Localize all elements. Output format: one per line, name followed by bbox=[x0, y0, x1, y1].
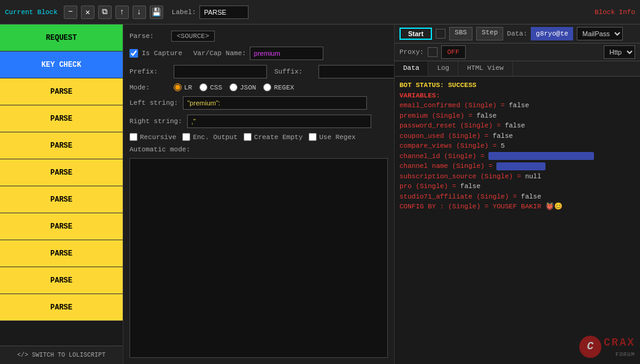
sidebar-items: REQUEST KEY CHECK PARSE PARSE PARSE PARS… bbox=[0, 25, 123, 346]
sidebar-item-request[interactable]: REQUEST bbox=[0, 25, 123, 51]
var-subscription-source: subscription_source (Single) = null bbox=[399, 172, 635, 182]
sidebar-item-keycheck[interactable]: KEY CHECK bbox=[0, 51, 123, 78]
watermark-logo: C bbox=[579, 336, 601, 358]
var-cap-input[interactable] bbox=[250, 47, 323, 60]
up-button[interactable]: ↑ bbox=[115, 6, 129, 19]
left-string-label: Left string: bbox=[129, 99, 178, 107]
log-area: BOT STATUS: SUCCESS VARIABLES: email_con… bbox=[395, 77, 640, 364]
var-compare-views: compare_views (Single) = 5 bbox=[399, 141, 635, 151]
tab-log[interactable]: Log bbox=[428, 61, 458, 76]
options-row: Recursive Enc. Output Create Empty Use R… bbox=[129, 133, 388, 141]
start-toggle[interactable] bbox=[436, 29, 445, 39]
variables-line: VARIABLES: bbox=[399, 91, 635, 101]
watermark-sub: FORUM bbox=[604, 351, 635, 360]
recursive-option[interactable]: Recursive bbox=[129, 133, 176, 141]
enc-output-option[interactable]: Enc. Output bbox=[182, 133, 237, 141]
save-button[interactable]: 💾 bbox=[150, 6, 163, 19]
sidebar-item-parse-7[interactable]: PARSE bbox=[0, 240, 123, 267]
right-panel: Start SBS Step Data: g8ryo@te MailPass P… bbox=[395, 25, 640, 364]
data-label: Data: bbox=[507, 30, 527, 37]
copy-button[interactable]: ⧉ bbox=[98, 6, 112, 19]
var-config-by: CONFIG BY : (Single) = YOUSEF BAKIR 👹😊 bbox=[399, 202, 635, 212]
var-cap-label: Var/Cap Name: bbox=[193, 50, 246, 57]
sidebar-item-parse-5[interactable]: PARSE bbox=[0, 186, 123, 213]
sidebar-item-parse-3[interactable]: PARSE bbox=[0, 132, 123, 159]
left-string-input[interactable] bbox=[183, 96, 367, 110]
right-string-row: Right string: bbox=[129, 115, 388, 128]
use-regex-option[interactable]: Use Regex bbox=[309, 133, 355, 141]
sidebar: REQUEST KEY CHECK PARSE PARSE PARSE PARS… bbox=[0, 25, 123, 364]
step-button[interactable]: Step bbox=[476, 27, 503, 40]
mode-label: Mode: bbox=[129, 84, 166, 91]
sidebar-item-parse-2[interactable]: PARSE bbox=[0, 105, 123, 132]
sidebar-item-parse-9[interactable]: PARSE bbox=[0, 294, 123, 321]
tab-data[interactable]: Data bbox=[395, 61, 428, 76]
off-indicator: OFF bbox=[441, 45, 466, 59]
channel-id-value bbox=[488, 152, 594, 160]
mailpass-select[interactable]: MailPass bbox=[577, 27, 623, 40]
var-channel-id: channel_id (Single) = bbox=[399, 151, 635, 162]
parse-source-row: Parse: <SOURCE> bbox=[129, 31, 388, 42]
var-channel-name: channel name (Single) = bbox=[399, 161, 635, 172]
sidebar-item-parse-6[interactable]: PARSE bbox=[0, 213, 123, 240]
var-studio71: studio71_affiliate (Single) = false bbox=[399, 192, 635, 202]
var-pro: pro (Single) = false bbox=[399, 181, 635, 192]
right-string-input[interactable] bbox=[187, 115, 371, 128]
minus-button[interactable]: − bbox=[64, 6, 77, 19]
auto-mode-label: Automatic mode: bbox=[129, 146, 388, 153]
mode-regex[interactable]: REGEX bbox=[263, 83, 294, 91]
sidebar-item-parse-8[interactable]: PARSE bbox=[0, 267, 123, 294]
source-badge[interactable]: <SOURCE> bbox=[171, 31, 215, 42]
parse-label: Parse: bbox=[129, 32, 166, 40]
label-text: Label: bbox=[172, 9, 196, 16]
watermark: C CRAX FORUM bbox=[579, 335, 635, 360]
http-select[interactable]: Http bbox=[604, 45, 635, 59]
mode-css[interactable]: CSS bbox=[199, 83, 222, 91]
mode-row: Mode: LR CSS JSON REGEX bbox=[129, 83, 388, 91]
is-capture-row: Is Capture Var/Cap Name: bbox=[129, 47, 388, 60]
center-panel: Parse: <SOURCE> Is Capture Var/Cap Name:… bbox=[123, 25, 395, 364]
auto-mode-area[interactable] bbox=[129, 158, 388, 358]
left-string-row: Left string: bbox=[129, 96, 388, 110]
sidebar-item-parse-1[interactable]: PARSE bbox=[0, 78, 123, 105]
channel-name-value bbox=[496, 162, 546, 170]
bot-status-line: BOT STATUS: SUCCESS bbox=[399, 80, 635, 91]
is-capture-label: Is Capture bbox=[142, 50, 182, 57]
var-premium: premium (Single) = false bbox=[399, 111, 635, 121]
label-input[interactable] bbox=[199, 6, 249, 19]
sidebar-item-parse-4[interactable]: PARSE bbox=[0, 159, 123, 186]
tabs-bar: Data Log HTML View bbox=[395, 61, 640, 77]
sbs-button[interactable]: SBS bbox=[449, 27, 472, 40]
toolbar-right: Block Info bbox=[595, 9, 635, 16]
prefix-label: Prefix: bbox=[129, 68, 166, 75]
is-capture-checkbox[interactable] bbox=[129, 49, 138, 58]
tab-html-view[interactable]: HTML View bbox=[458, 61, 512, 76]
data-value-display: g8ryo@te bbox=[531, 27, 573, 40]
mode-json[interactable]: JSON bbox=[229, 83, 256, 91]
right-toolbar-row2: Proxy: OFF Http bbox=[395, 44, 640, 61]
proxy-label: Proxy: bbox=[399, 48, 424, 56]
prefix-input[interactable] bbox=[174, 65, 267, 78]
down-button[interactable]: ↓ bbox=[133, 6, 146, 19]
block-info-label: Block Info bbox=[595, 9, 635, 16]
mode-lr[interactable]: LR bbox=[174, 83, 192, 91]
right-string-label: Right string: bbox=[129, 118, 182, 125]
var-password-reset: password_reset (Single) = false bbox=[399, 121, 635, 131]
main-content: REQUEST KEY CHECK PARSE PARSE PARSE PARS… bbox=[0, 25, 640, 364]
proxy-toggle[interactable] bbox=[428, 47, 438, 57]
current-block-label: Current Block bbox=[5, 9, 58, 16]
top-toolbar: Current Block − ✕ ⧉ ↑ ↓ 💾 Label: Block I… bbox=[0, 0, 640, 25]
right-toolbar-row1: Start SBS Step Data: g8ryo@te MailPass bbox=[395, 25, 640, 44]
prefix-suffix-row: Prefix: Suffix: bbox=[129, 65, 388, 78]
suffix-label: Suffix: bbox=[274, 68, 311, 75]
var-email-confirmed: email_confirmed (Single) = false bbox=[399, 100, 635, 111]
start-button[interactable]: Start bbox=[399, 28, 432, 40]
var-coupon-used: coupon_used (Single) = false bbox=[399, 131, 635, 142]
close-button[interactable]: ✕ bbox=[81, 6, 94, 19]
suffix-input[interactable] bbox=[318, 65, 395, 78]
create-empty-option[interactable]: Create Empty bbox=[244, 133, 303, 141]
watermark-brand: CRAX bbox=[604, 335, 635, 351]
switch-to-loliscript-button[interactable]: </> SWITCH TO LOLISCRIPT bbox=[0, 346, 123, 364]
